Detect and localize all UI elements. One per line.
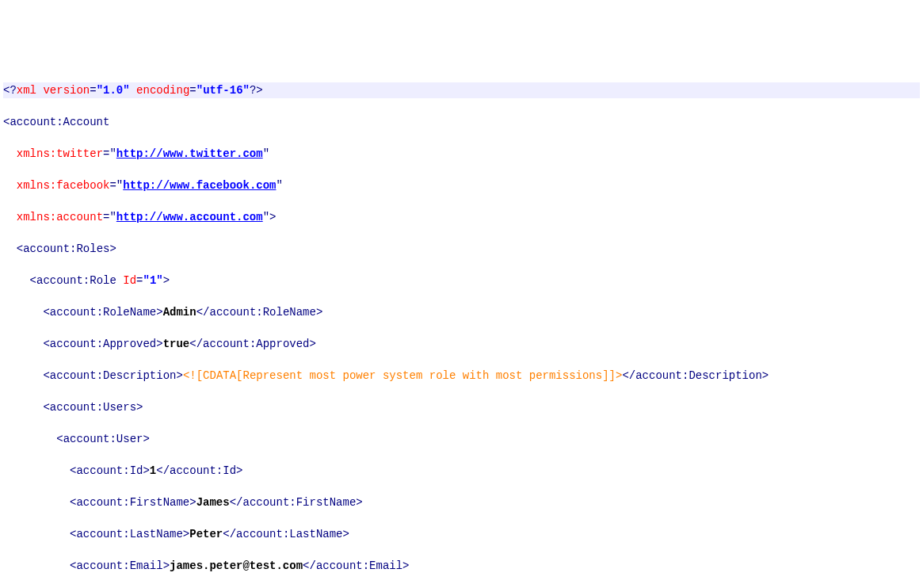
twitter-url[interactable]: http://www.twitter.com bbox=[116, 147, 263, 160]
account-url[interactable]: http://www.account.com bbox=[116, 211, 263, 223]
approved: <account:Approved>true</account:Approved… bbox=[3, 336, 920, 352]
encoding-attr-name: encoding bbox=[130, 84, 190, 97]
root-tag-name: account:Account bbox=[10, 116, 109, 128]
user1-id: <account:Id>1</account:Id> bbox=[3, 463, 920, 479]
xmlns-facebook: xmlns:facebook="http://www.facebook.com" bbox=[3, 178, 920, 193]
version-attr-name: version bbox=[36, 84, 90, 97]
xml-document: <?xml version="1.0" encoding="utf-16"?> … bbox=[3, 67, 920, 588]
root-open: <account:Account bbox=[3, 114, 920, 130]
xml-prolog: <?xml version="1.0" encoding="utf-16"?> bbox=[3, 82, 920, 98]
user1-lastname: <account:LastName>Peter</account:LastNam… bbox=[3, 526, 920, 542]
user1-email: <account:Email>james.peter@test.com</acc… bbox=[3, 558, 920, 574]
description-cdata: <![CDATA[Represent most power system rol… bbox=[183, 369, 623, 382]
xmlns-account: xmlns:account="http://www.account.com"> bbox=[3, 209, 920, 225]
user1-open: <account:User> bbox=[3, 431, 920, 447]
facebook-url[interactable]: http://www.facebook.com bbox=[123, 179, 276, 192]
pi-close: ?> bbox=[250, 84, 263, 97]
encoding-value: utf-16 bbox=[203, 84, 242, 97]
roles-open: <account:Roles> bbox=[3, 241, 920, 257]
version-value: 1.0 bbox=[103, 84, 123, 97]
rolename-value: Admin bbox=[163, 306, 196, 319]
xmlns-twitter: xmlns:twitter="http://www.twitter.com" bbox=[3, 146, 920, 162]
user1-firstname: <account:FirstName>James</account:FirstN… bbox=[3, 494, 920, 510]
approved-value: true bbox=[163, 338, 190, 350]
users-open: <account:Users> bbox=[3, 399, 920, 415]
pi-open: <? bbox=[3, 84, 17, 97]
role-open: <account:Role Id="1"> bbox=[3, 273, 920, 288]
pi-name: xml bbox=[17, 84, 36, 97]
rolename: <account:RoleName>Admin</account:RoleNam… bbox=[3, 304, 920, 320]
description: <account:Description><![CDATA[Represent … bbox=[3, 368, 920, 384]
